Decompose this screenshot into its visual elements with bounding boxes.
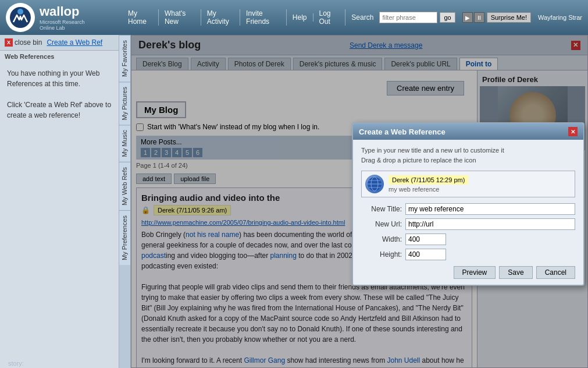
modal-body: Type in your new title and a new url to … [353, 140, 583, 285]
close-bin-label: close bin [15, 38, 42, 47]
brand-name: wallop [40, 4, 85, 19]
close-bin-button[interactable]: X close bin [5, 38, 42, 47]
nav-whats-new[interactable]: What's New [159, 9, 201, 26]
globe-icon [365, 175, 384, 193]
ref-preview-name: Derek (7/11/05 12:29 pm) [389, 175, 468, 185]
web-refs-empty-message: You have nothing in your Web References … [0, 62, 119, 126]
content-area: Derek's blog Send Derek a message ✕ Dere… [131, 35, 588, 368]
nav-my-home[interactable]: My Home [122, 9, 159, 26]
modal-header: Create a Web Reference ✕ [353, 123, 583, 140]
save-button[interactable]: Save [499, 266, 532, 279]
vtab-pictures[interactable]: My Pictures [119, 82, 130, 125]
nav-help[interactable]: Help [287, 13, 313, 22]
modal-title: Create a Web Reference [359, 128, 446, 136]
ref-preview-label: my web reference [389, 186, 571, 193]
nav-my-activity[interactable]: My Activity [201, 9, 240, 26]
nav-links: My Home What's New My Activity Invite Fr… [122, 9, 379, 26]
width-row: Width: [361, 233, 575, 245]
svg-point-1 [17, 9, 23, 15]
main-layout: X close bin Create a Web Ref Web Referen… [0, 35, 588, 368]
new-title-label: New Title: [361, 205, 402, 213]
preview-button[interactable]: Preview [454, 266, 496, 279]
new-title-input[interactable] [405, 203, 575, 215]
wallop-logo-icon [6, 3, 35, 32]
status-text: story: Click an item to reload it [2, 360, 32, 368]
pause-button[interactable]: ⏸ [474, 12, 484, 23]
go-button[interactable]: go [440, 12, 455, 23]
ref-preview-info: Derek (7/11/05 12:29 pm) my web referenc… [389, 175, 571, 193]
modal-buttons: Preview Save Cancel [361, 266, 575, 279]
user-info: Wayfaring Strar [538, 14, 582, 21]
new-url-input[interactable] [405, 218, 575, 230]
width-label: Width: [361, 235, 402, 243]
modal-ref-preview: Derek (7/11/05 12:29 pm) my web referenc… [361, 171, 575, 197]
search-area: go ▶ ⏸ Surprise Me! Wayfaring Strar [379, 12, 582, 23]
nav-invite-friends[interactable]: Invite Friends [240, 9, 287, 26]
surprise-button[interactable]: Surprise Me! [487, 12, 531, 23]
close-bin-icon: X [5, 38, 13, 47]
sub-brand: Microsoft ResearchOnline Lab [40, 19, 85, 31]
cancel-button[interactable]: Cancel [536, 266, 575, 279]
create-web-reference-modal: Create a Web Reference ✕ Type in your ne… [352, 122, 585, 286]
filter-input[interactable] [379, 12, 437, 23]
create-web-ref-link[interactable]: Create a Web Ref [47, 38, 102, 47]
logo-area: wallop Microsoft ResearchOnline Lab [6, 3, 122, 32]
height-row: Height: [361, 249, 575, 260]
width-input[interactable] [405, 233, 446, 245]
play-button[interactable]: ▶ [462, 12, 473, 23]
vtab-web-refs[interactable]: My Web Refs [119, 162, 130, 210]
nav-log-out[interactable]: Log Out [313, 9, 346, 26]
modal-close-button[interactable]: ✕ [568, 127, 578, 136]
modal-description: Type in your new title and a new url to … [361, 146, 575, 165]
left-sidebar: X close bin Create a Web Ref Web Referen… [0, 35, 119, 368]
vertical-tabs: My Favorites My Pictures My Music My Web… [119, 35, 131, 368]
new-url-row: New Url: [361, 218, 575, 230]
new-title-row: New Title: [361, 203, 575, 215]
vtab-music[interactable]: My Music [119, 125, 130, 161]
new-url-label: New Url: [361, 220, 402, 228]
vtab-favorites[interactable]: My Favorites [119, 35, 130, 82]
modal-overlay: Create a Web Reference ✕ Type in your ne… [131, 35, 588, 368]
media-controls: ▶ ⏸ [462, 12, 484, 23]
height-input[interactable] [405, 249, 446, 260]
web-refs-label: Web References [0, 51, 119, 62]
sidebar-top: X close bin Create a Web Ref [0, 35, 119, 51]
vtab-preferences[interactable]: My Preferences [119, 210, 130, 265]
nav-search[interactable]: Search [345, 13, 379, 22]
top-navigation: wallop Microsoft ResearchOnline Lab My H… [0, 0, 588, 35]
logo-text: wallop Microsoft ResearchOnline Lab [40, 4, 85, 31]
height-label: Height: [361, 250, 402, 259]
